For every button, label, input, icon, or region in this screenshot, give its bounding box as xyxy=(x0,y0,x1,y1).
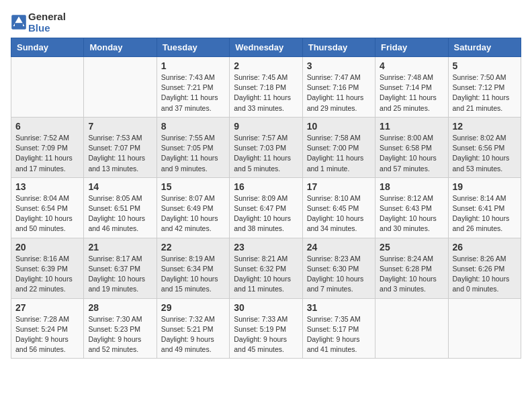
day-info: Sunrise: 8:17 AM Sunset: 6:37 PM Dayligh… xyxy=(88,254,152,295)
day-info: Sunrise: 7:57 AM Sunset: 7:03 PM Dayligh… xyxy=(234,133,298,174)
day-info: Sunrise: 8:12 AM Sunset: 6:43 PM Dayligh… xyxy=(380,193,443,234)
day-number: 17 xyxy=(307,181,371,192)
day-number: 22 xyxy=(161,242,225,253)
header-day-sunday: Sunday xyxy=(11,38,84,57)
calendar-cell xyxy=(375,298,448,359)
header-day-wednesday: Wednesday xyxy=(230,38,302,57)
calendar-cell: 14Sunrise: 8:05 AM Sunset: 6:51 PM Dayli… xyxy=(84,177,157,238)
calendar-cell: 26Sunrise: 8:26 AM Sunset: 6:26 PM Dayli… xyxy=(448,238,521,298)
calendar-cell: 22Sunrise: 8:19 AM Sunset: 6:34 PM Dayli… xyxy=(157,238,229,298)
calendar-cell: 11Sunrise: 8:00 AM Sunset: 6:58 PM Dayli… xyxy=(375,117,448,177)
day-info: Sunrise: 7:53 AM Sunset: 7:07 PM Dayligh… xyxy=(88,133,152,174)
calendar-cell: 19Sunrise: 8:14 AM Sunset: 6:41 PM Dayli… xyxy=(448,177,521,238)
day-number: 11 xyxy=(380,121,443,132)
day-info: Sunrise: 8:14 AM Sunset: 6:41 PM Dayligh… xyxy=(453,193,517,234)
calendar-body: 1Sunrise: 7:43 AM Sunset: 7:21 PM Daylig… xyxy=(11,57,521,359)
day-number: 27 xyxy=(15,302,79,313)
day-number: 21 xyxy=(88,242,152,253)
day-info: Sunrise: 8:19 AM Sunset: 6:34 PM Dayligh… xyxy=(161,254,225,295)
day-number: 10 xyxy=(307,121,371,132)
calendar-cell: 17Sunrise: 8:10 AM Sunset: 6:45 PM Dayli… xyxy=(302,177,375,238)
header: General Blue xyxy=(11,11,521,34)
day-info: Sunrise: 8:07 AM Sunset: 6:49 PM Dayligh… xyxy=(161,193,225,234)
calendar-cell: 28Sunrise: 7:30 AM Sunset: 5:23 PM Dayli… xyxy=(84,298,157,359)
day-info: Sunrise: 7:47 AM Sunset: 7:16 PM Dayligh… xyxy=(307,73,371,113)
day-info: Sunrise: 7:48 AM Sunset: 7:14 PM Dayligh… xyxy=(380,73,443,113)
day-info: Sunrise: 8:02 AM Sunset: 6:56 PM Dayligh… xyxy=(453,133,517,174)
calendar-cell: 29Sunrise: 7:32 AM Sunset: 5:21 PM Dayli… xyxy=(157,298,229,359)
day-number: 2 xyxy=(234,60,298,71)
calendar-cell: 8Sunrise: 7:55 AM Sunset: 7:05 PM Daylig… xyxy=(157,117,229,177)
logo-icon xyxy=(11,14,27,30)
calendar-cell xyxy=(11,57,84,118)
header-day-tuesday: Tuesday xyxy=(157,38,229,57)
header-day-saturday: Saturday xyxy=(448,38,521,57)
day-info: Sunrise: 8:04 AM Sunset: 6:54 PM Dayligh… xyxy=(15,193,79,234)
day-number: 25 xyxy=(380,242,443,253)
header-day-monday: Monday xyxy=(84,38,157,57)
day-number: 9 xyxy=(234,121,298,132)
logo: General Blue xyxy=(11,11,66,34)
week-row-3: 13Sunrise: 8:04 AM Sunset: 6:54 PM Dayli… xyxy=(11,177,521,238)
day-number: 14 xyxy=(88,181,152,192)
calendar-cell: 21Sunrise: 8:17 AM Sunset: 6:37 PM Dayli… xyxy=(84,238,157,298)
calendar-cell: 23Sunrise: 8:21 AM Sunset: 6:32 PM Dayli… xyxy=(230,238,302,298)
calendar-cell: 30Sunrise: 7:33 AM Sunset: 5:19 PM Dayli… xyxy=(230,298,302,359)
day-number: 7 xyxy=(88,121,152,132)
day-info: Sunrise: 8:10 AM Sunset: 6:45 PM Dayligh… xyxy=(307,193,371,234)
calendar-cell: 31Sunrise: 7:35 AM Sunset: 5:17 PM Dayli… xyxy=(302,298,375,359)
day-number: 4 xyxy=(380,60,443,71)
calendar-cell: 3Sunrise: 7:47 AM Sunset: 7:16 PM Daylig… xyxy=(302,57,375,118)
day-number: 26 xyxy=(453,242,517,253)
header-row: SundayMondayTuesdayWednesdayThursdayFrid… xyxy=(11,38,521,57)
day-info: Sunrise: 7:32 AM Sunset: 5:21 PM Dayligh… xyxy=(161,314,225,355)
calendar-cell: 7Sunrise: 7:53 AM Sunset: 7:07 PM Daylig… xyxy=(84,117,157,177)
calendar-cell: 10Sunrise: 7:58 AM Sunset: 7:00 PM Dayli… xyxy=(302,117,375,177)
calendar-cell: 4Sunrise: 7:48 AM Sunset: 7:14 PM Daylig… xyxy=(375,57,448,118)
day-info: Sunrise: 7:35 AM Sunset: 5:17 PM Dayligh… xyxy=(307,314,371,355)
calendar-cell xyxy=(448,298,521,359)
calendar-cell xyxy=(84,57,157,118)
day-info: Sunrise: 7:43 AM Sunset: 7:21 PM Dayligh… xyxy=(161,73,225,113)
day-info: Sunrise: 7:52 AM Sunset: 7:09 PM Dayligh… xyxy=(15,133,79,174)
week-row-4: 20Sunrise: 8:16 AM Sunset: 6:39 PM Dayli… xyxy=(11,238,521,298)
day-number: 12 xyxy=(453,121,517,132)
day-number: 19 xyxy=(453,181,517,192)
day-info: Sunrise: 7:33 AM Sunset: 5:19 PM Dayligh… xyxy=(234,314,298,355)
day-info: Sunrise: 8:05 AM Sunset: 6:51 PM Dayligh… xyxy=(88,193,152,234)
calendar-cell: 12Sunrise: 8:02 AM Sunset: 6:56 PM Dayli… xyxy=(448,117,521,177)
header-day-friday: Friday xyxy=(375,38,448,57)
calendar-cell: 6Sunrise: 7:52 AM Sunset: 7:09 PM Daylig… xyxy=(11,117,84,177)
calendar-table: SundayMondayTuesdayWednesdayThursdayFrid… xyxy=(11,38,521,359)
calendar-cell: 5Sunrise: 7:50 AM Sunset: 7:12 PM Daylig… xyxy=(448,57,521,118)
day-number: 13 xyxy=(15,181,79,192)
day-number: 1 xyxy=(161,60,225,71)
day-number: 16 xyxy=(234,181,298,192)
week-row-2: 6Sunrise: 7:52 AM Sunset: 7:09 PM Daylig… xyxy=(11,117,521,177)
svg-rect-2 xyxy=(15,23,23,26)
day-number: 5 xyxy=(453,60,517,71)
day-number: 28 xyxy=(88,302,152,313)
day-number: 15 xyxy=(161,181,225,192)
day-number: 20 xyxy=(15,242,79,253)
logo-text: General Blue xyxy=(28,11,66,34)
day-info: Sunrise: 7:55 AM Sunset: 7:05 PM Dayligh… xyxy=(161,133,225,174)
day-info: Sunrise: 8:09 AM Sunset: 6:47 PM Dayligh… xyxy=(234,193,298,234)
day-info: Sunrise: 7:30 AM Sunset: 5:23 PM Dayligh… xyxy=(88,314,152,355)
day-number: 29 xyxy=(161,302,225,313)
calendar-cell: 13Sunrise: 8:04 AM Sunset: 6:54 PM Dayli… xyxy=(11,177,84,238)
day-number: 8 xyxy=(161,121,225,132)
day-info: Sunrise: 7:45 AM Sunset: 7:18 PM Dayligh… xyxy=(234,73,298,113)
calendar-cell: 9Sunrise: 7:57 AM Sunset: 7:03 PM Daylig… xyxy=(230,117,302,177)
calendar-cell: 1Sunrise: 7:43 AM Sunset: 7:21 PM Daylig… xyxy=(157,57,229,118)
day-info: Sunrise: 8:26 AM Sunset: 6:26 PM Dayligh… xyxy=(453,254,517,295)
day-number: 24 xyxy=(307,242,371,253)
calendar-cell: 25Sunrise: 8:24 AM Sunset: 6:28 PM Dayli… xyxy=(375,238,448,298)
week-row-1: 1Sunrise: 7:43 AM Sunset: 7:21 PM Daylig… xyxy=(11,57,521,118)
calendar-cell: 15Sunrise: 8:07 AM Sunset: 6:49 PM Dayli… xyxy=(157,177,229,238)
calendar-header: SundayMondayTuesdayWednesdayThursdayFrid… xyxy=(11,38,521,57)
day-info: Sunrise: 8:24 AM Sunset: 6:28 PM Dayligh… xyxy=(380,254,443,295)
day-number: 3 xyxy=(307,60,371,71)
day-number: 6 xyxy=(15,121,79,132)
day-info: Sunrise: 8:21 AM Sunset: 6:32 PM Dayligh… xyxy=(234,254,298,295)
